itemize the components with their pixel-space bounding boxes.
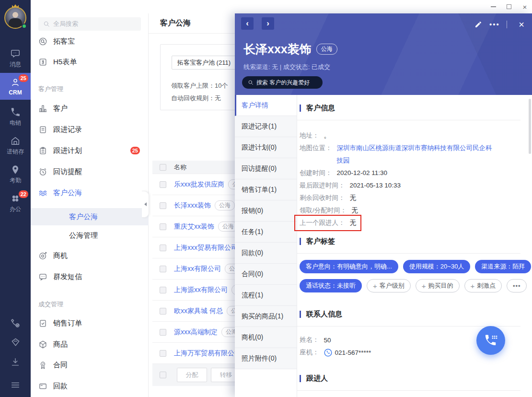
sidebar-item-h5-form[interactable]: H5表单 <box>31 54 149 70</box>
user-avatar[interactable] <box>4 7 26 29</box>
annotation-highlight-box <box>294 215 361 231</box>
rail-item-crm[interactable]: 25 CRM <box>0 73 31 100</box>
tab-revisit-reminder[interactable]: 回访提醒(0) <box>235 158 297 179</box>
ellipsis-icon: ••• <box>513 282 521 290</box>
sidebar-item-payments[interactable]: 回款 <box>31 378 149 394</box>
tab-expenses[interactable]: 报销(0) <box>235 200 297 222</box>
sidebar-item-label: 拓客宝 <box>53 37 75 46</box>
sidebar-item-opportunities[interactable]: 商机 <box>31 247 149 264</box>
landline-number[interactable]: 021-567***** <box>335 349 371 356</box>
more-tags-button[interactable]: ••• <box>507 279 527 292</box>
tab-photo-attachments[interactable]: 照片附件(0) <box>235 348 297 369</box>
tag-channel[interactable]: 渠道来源：陌拜 <box>475 260 531 273</box>
section-divider <box>297 120 520 120</box>
assign-button[interactable]: 分配 <box>177 368 207 382</box>
member-level-button[interactable] <box>0 337 31 348</box>
tag-call-status[interactable]: 通话状态：未接听 <box>300 279 362 292</box>
pool-select-dropdown[interactable]: 拓客宝客户池 (211) <box>172 56 243 70</box>
customer-name-link[interactable]: 重庆艾xx装饰 <box>174 222 214 231</box>
row-checkbox[interactable] <box>160 287 166 293</box>
call-fab-button[interactable] <box>476 326 505 355</box>
window-titlebar[interactable]: × <box>31 0 532 13</box>
row-checkbox[interactable] <box>160 350 166 357</box>
waves-icon <box>38 188 47 198</box>
tab-tasks[interactable]: 任务(1) <box>235 222 297 243</box>
menu-button[interactable] <box>0 380 31 390</box>
detail-scrollbar[interactable] <box>529 99 531 154</box>
row-checkbox[interactable] <box>160 329 166 336</box>
sidebar-item-tuokebao[interactable]: 拓客宝 <box>31 33 149 49</box>
sidebar-item-public-pool[interactable]: 客户公海 <box>31 185 149 201</box>
select-all-checkbox[interactable] <box>160 164 166 171</box>
tab-customer-details[interactable]: 客户详情 <box>235 95 297 116</box>
edit-button[interactable] <box>470 21 486 28</box>
interest-search-input[interactable]: 搜索 客户的兴趣爱好 <box>242 76 323 89</box>
tab-contracts[interactable]: 合同(0) <box>235 264 297 285</box>
customer-name-link[interactable]: 上海源xx有限公司 <box>174 286 228 294</box>
customer-name-link[interactable]: 上海xxx贸易有限公司 <box>174 244 238 252</box>
tab-processes[interactable]: 流程(1) <box>235 285 297 306</box>
tab-followup-records[interactable]: 跟进记录(1) <box>235 116 297 137</box>
rail-item-inventory[interactable]: 进销存 <box>0 132 31 159</box>
customer-name-link[interactable]: 上海万军贸易有限公司 <box>174 349 241 358</box>
sidebar-section-label: 客户管理 <box>38 84 134 94</box>
sidebar-subitem-pool-management[interactable]: 公海管理 <box>31 227 149 244</box>
sidebar-subitem-public-pool[interactable]: 客户公海 <box>31 208 149 225</box>
tab-opportunities[interactable]: 商机(0) <box>235 327 297 348</box>
medal-icon <box>38 361 47 370</box>
pool-status-tag: 公海 <box>316 44 337 55</box>
detail-close-button[interactable]: × <box>511 19 532 30</box>
forward-button[interactable]: › <box>262 17 274 30</box>
global-search-input[interactable]: 全局搜索 <box>38 17 141 31</box>
customer-name-link[interactable]: 长泽xxx装饰 <box>174 201 211 210</box>
row-checkbox[interactable] <box>160 266 166 272</box>
window-minimize-button[interactable] <box>486 0 500 13</box>
customer-name-link[interactable]: 源xxx高端制定 <box>174 328 218 337</box>
search-placeholder: 全局搜索 <box>53 20 78 28</box>
more-actions-button[interactable]: ••• <box>486 22 503 27</box>
sidebar-item-products[interactable]: 商品 <box>31 336 149 352</box>
sidebar-item-followup-records[interactable]: 跟进记录 <box>31 121 149 138</box>
back-button[interactable]: ‹ <box>241 17 254 30</box>
call-disabled-button[interactable] <box>0 317 31 329</box>
download-button[interactable] <box>0 357 31 367</box>
add-tag-customer-level[interactable]: +客户级别 <box>367 279 411 292</box>
window-close-button[interactable]: × <box>518 0 532 13</box>
tag-scale[interactable]: 使用规模：20~30人 <box>403 260 471 273</box>
customer-name-link[interactable]: 欧xx家具城 何总 <box>174 307 223 315</box>
customer-name-link[interactable]: 上海xx有限公司 <box>174 265 221 273</box>
rail-item-office[interactable]: 22 办公 <box>0 190 31 217</box>
tab-purchased-products[interactable]: 购买的商品(1) <box>235 306 297 327</box>
tag-intent[interactable]: 客户意向：有明确意向，明确... <box>300 260 398 273</box>
field-value: 。 <box>324 132 331 139</box>
sidebar-item-customers[interactable]: 客户 <box>31 100 149 117</box>
card-icon <box>38 382 47 391</box>
add-tag-purchase-purpose[interactable]: +购买目的 <box>416 279 460 292</box>
plus-icon: + <box>422 282 426 290</box>
footer-checkbox[interactable] <box>160 372 166 378</box>
customer-name-link[interactable]: 乐xxx批发供应商 <box>174 180 224 189</box>
rail-item-attendance[interactable]: 考勤 <box>0 161 31 188</box>
row-checkbox[interactable] <box>160 223 166 230</box>
row-checkbox[interactable] <box>160 308 166 315</box>
row-checkbox[interactable] <box>160 245 166 251</box>
page-title: 客户公海 <box>160 18 191 28</box>
sidebar-item-bulk-sms[interactable]: 群发短信 <box>31 269 149 285</box>
sidebar-collapse-handle[interactable] <box>142 191 149 218</box>
sidebar-item-revisit-reminder[interactable]: 回访提醒 <box>31 163 149 180</box>
dial-icon[interactable] <box>324 349 332 357</box>
window-maximize-button[interactable] <box>502 0 516 13</box>
row-checkbox[interactable] <box>160 181 166 188</box>
tab-payments[interactable]: 回款(0) <box>235 243 297 264</box>
row-checkbox[interactable] <box>160 202 166 209</box>
tab-sales-orders[interactable]: 销售订单(1) <box>235 179 297 200</box>
sidebar-item-sales-orders[interactable]: 销售订单 <box>31 315 149 331</box>
sidebar-item-contracts[interactable]: 合同 <box>31 357 149 373</box>
pencil-icon <box>474 21 482 28</box>
rail-item-telesales[interactable]: 电销 <box>0 104 31 130</box>
map-location-link[interactable]: 深圳市南山区桃源街道深圳市赛纳科技有限公司民企科技园 <box>337 142 495 167</box>
sidebar-item-followup-plans[interactable]: 跟进计划 25 <box>31 142 149 159</box>
tab-followup-plans[interactable]: 跟进计划(0) <box>235 137 297 158</box>
add-tag-stimulus[interactable]: +刺激点 <box>464 279 502 292</box>
rail-item-messages[interactable]: 消息 <box>0 45 31 72</box>
